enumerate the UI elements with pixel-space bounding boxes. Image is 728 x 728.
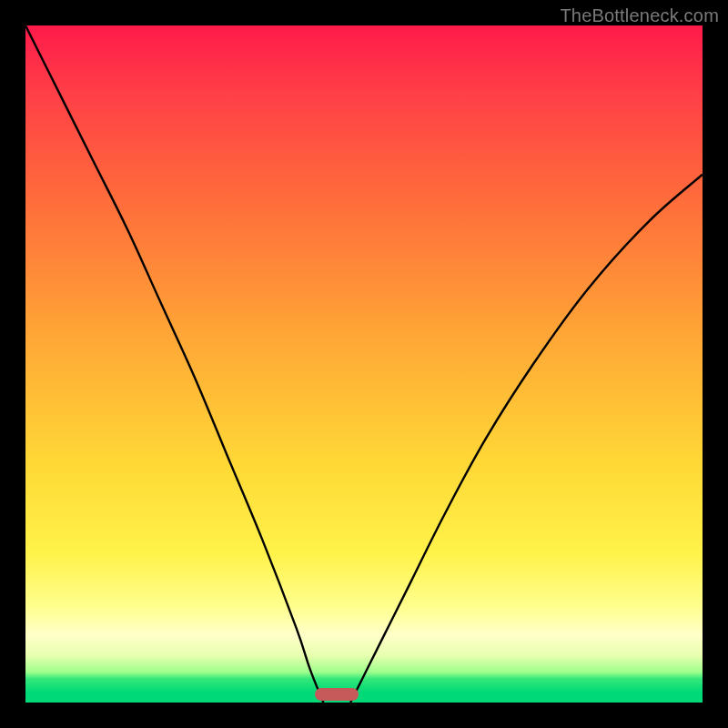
watermark-text: TheBottleneck.com — [560, 5, 719, 26]
chart-frame — [25, 25, 703, 703]
curve-right-branch — [350, 175, 703, 703]
bottleneck-curve — [25, 25, 703, 703]
optimal-marker — [315, 688, 359, 701]
curve-left-branch — [25, 25, 323, 703]
